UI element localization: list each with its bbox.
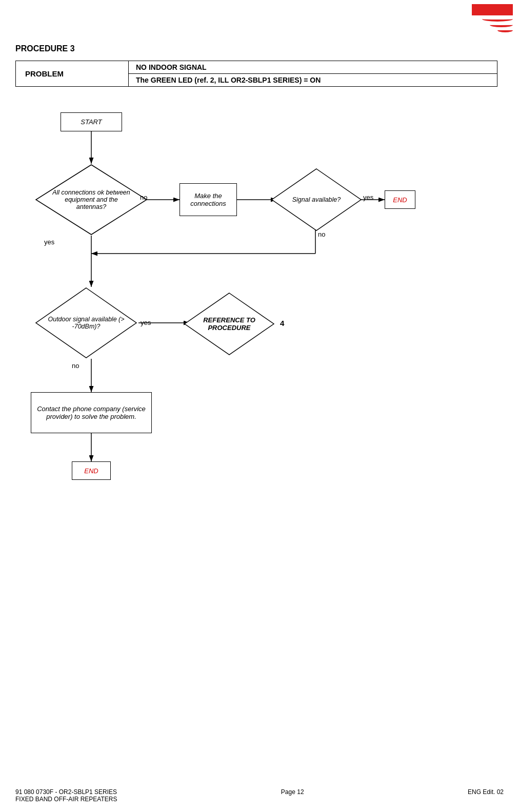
problem-label: PROBLEM [16, 61, 129, 86]
no-label-3: no [72, 362, 79, 370]
end-box-top: END [385, 190, 415, 209]
yes-label-1: yes [44, 238, 54, 246]
flowchart: START All connections ok between equipme… [15, 102, 497, 523]
no-label-1: no [140, 194, 147, 201]
connections-text: All connections ok between equipment and… [49, 189, 133, 210]
yes-label-2: yes [363, 194, 373, 201]
procedure-title: PROCEDURE 3 [15, 44, 504, 53]
logo-wave-1 [482, 16, 513, 22]
problem-details: NO INDOOR SIGNAL The GREEN LED (ref. 2, … [129, 61, 497, 86]
connections-diamond: All connections ok between equipment and… [35, 164, 148, 236]
logo-wave-2 [490, 23, 513, 27]
end-top-label: END [393, 196, 407, 204]
outdoor-diamond: Outdoor signal available (> -70dBm)? [35, 287, 137, 359]
logo-wave-3 [497, 28, 513, 32]
yes-label-3: yes [141, 319, 151, 326]
contact-text: Contact the phone company (service provi… [31, 405, 151, 420]
start-label: START [81, 118, 102, 126]
reference-number: 4 [280, 319, 284, 327]
rfs-logo [472, 4, 513, 35]
signal-available-diamond: Signal available? [271, 168, 362, 231]
reference-diamond: REFERENCE TO PROCEDURE [184, 292, 275, 356]
footer-left-line1: 91 080 0730F - OR2-SBLP1 SERIES [15, 788, 117, 796]
outdoor-text: Outdoor signal available (> -70dBm)? [47, 316, 125, 330]
page-content: PROCEDURE 3 PROBLEM NO INDOOR SIGNAL The… [0, 39, 519, 538]
reference-text: REFERENCE TO PROCEDURE [194, 316, 265, 332]
end-bottom-label: END [84, 467, 98, 475]
problem-table: PROBLEM NO INDOOR SIGNAL The GREEN LED (… [15, 61, 497, 87]
make-connections-box: Make the connections [179, 183, 237, 216]
footer-right: ENG Edit. 02 [468, 788, 504, 803]
end-box-bottom: END [72, 461, 111, 480]
footer-center: Page 12 [281, 788, 304, 803]
make-connections-text: Make the connections [180, 192, 236, 207]
footer-left: 91 080 0730F - OR2-SBLP1 SERIES FIXED BA… [15, 788, 117, 803]
footer-left-line2: FIXED BAND OFF-AIR REPEATERS [15, 796, 117, 803]
footer: 91 080 0730F - OR2-SBLP1 SERIES FIXED BA… [15, 788, 504, 803]
problem-row-1: NO INDOOR SIGNAL [129, 61, 497, 74]
no-label-2: no [318, 230, 325, 238]
logo-waves [472, 15, 513, 33]
contact-box: Contact the phone company (service provi… [31, 392, 152, 433]
start-box: START [61, 112, 122, 131]
problem-row-2: The GREEN LED (ref. 2, ILL OR2-SBLP1 SER… [129, 74, 497, 86]
signal-available-text: Signal available? [292, 196, 341, 203]
logo-red-bar [472, 4, 513, 15]
header [0, 0, 519, 39]
